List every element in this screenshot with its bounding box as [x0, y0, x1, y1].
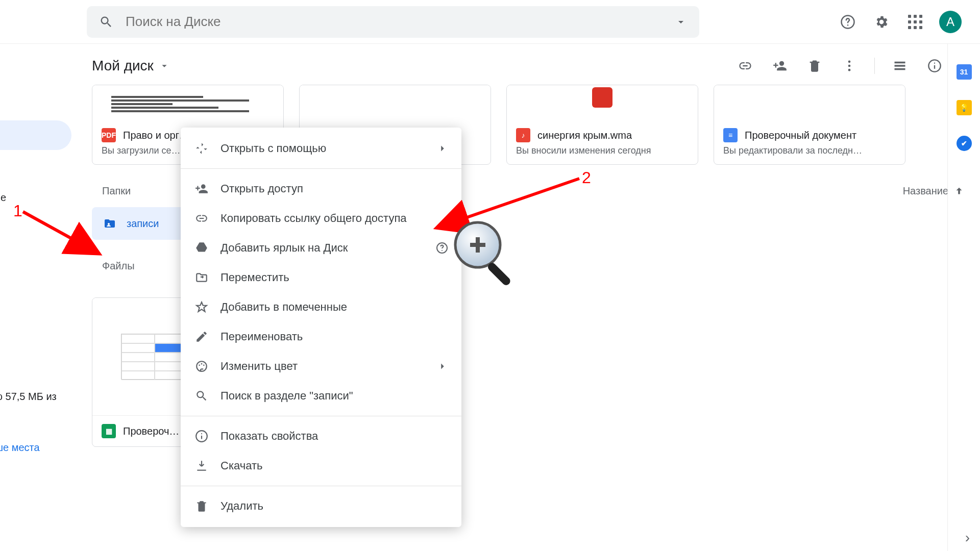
context-menu-item-star[interactable]: Добавить в помеченные	[181, 292, 461, 322]
search-box[interactable]	[87, 6, 699, 38]
shared-folder-icon	[102, 217, 117, 230]
storage-text: ю 57,5 МБ из	[0, 391, 57, 403]
svg-point-11	[197, 361, 207, 371]
open-with-icon	[194, 141, 209, 156]
context-menu-label: Переименовать	[220, 330, 303, 343]
context-menu-separator	[181, 168, 461, 169]
context-menu-label: Открыть доступ	[220, 182, 303, 195]
get-link-icon[interactable]	[736, 56, 755, 76]
file-name: Провероч…	[123, 425, 179, 437]
list-view-icon[interactable]	[890, 56, 910, 76]
context-menu-item-drive-add[interactable]: Добавить ярлык на Диск	[181, 233, 461, 263]
chevron-right-icon	[437, 361, 448, 372]
doc-icon: ≡	[723, 128, 738, 142]
svg-point-7	[934, 63, 935, 64]
files-heading-label: Файлы	[102, 260, 135, 272]
card-title: Проверочный документ	[745, 130, 856, 141]
context-menu-item-link[interactable]: Копировать ссылку общего доступа	[181, 204, 461, 233]
breadcrumb[interactable]: Мой диск	[92, 58, 170, 74]
sidebar-fragment: не ю 57,5 МБ из ше места	[0, 44, 87, 551]
trash-icon[interactable]	[805, 56, 824, 76]
topbar-actions: А	[838, 11, 962, 33]
info-icon	[194, 429, 209, 444]
quick-access-card[interactable]: ≡Проверочный документ Вы редактировали з…	[714, 85, 905, 165]
annotation-label-2: 2	[582, 168, 591, 187]
calendar-addon-icon[interactable]: 31	[957, 64, 972, 80]
tasks-addon-icon[interactable]: ✔	[957, 136, 972, 151]
keep-addon-icon[interactable]: 💡	[957, 100, 972, 115]
context-menu-item-search-in[interactable]: Поиск в разделе "записи"	[181, 381, 461, 411]
context-menu-label: Открыть с помощью	[220, 142, 326, 155]
context-menu-separator	[181, 416, 461, 416]
context-menu-item-info[interactable]: Показать свойства	[181, 421, 461, 451]
context-menu-item-share[interactable]: Открыть доступ	[181, 174, 461, 204]
info-icon[interactable]	[925, 56, 944, 76]
context-menu-label: Добавить ярлык на Диск	[220, 241, 348, 255]
folders-heading-label: Папки	[102, 185, 131, 197]
apps-grid-icon[interactable]	[905, 12, 925, 32]
svg-point-12	[199, 365, 200, 366]
context-menu-label: Показать свойства	[220, 430, 318, 443]
card-thumbnail	[714, 85, 905, 121]
context-menu-label: Скачать	[220, 459, 263, 472]
context-menu-item-download[interactable]: Скачать	[181, 451, 461, 481]
context-menu-label: Добавить в помеченные	[220, 300, 347, 314]
svg-point-13	[201, 363, 203, 365]
rename-icon	[194, 329, 209, 344]
drive-add-icon	[194, 240, 209, 256]
card-thumbnail	[92, 85, 283, 121]
buy-storage-link[interactable]: ше места	[0, 442, 40, 454]
settings-gear-icon[interactable]	[872, 12, 891, 32]
selection-toolbar	[736, 56, 965, 76]
link-icon	[194, 211, 209, 226]
quick-access-card[interactable]: ♪синергия крым.wma Вы вносили изменения …	[506, 85, 698, 165]
card-title: Право и орг…	[123, 130, 189, 141]
search-icon	[99, 15, 113, 29]
sidebar-active-pill	[0, 120, 71, 150]
context-menu-item-open-with[interactable]: Открыть с помощью	[181, 134, 461, 163]
card-subtitle: Вы редактировали за последн…	[714, 145, 905, 164]
card-title: синергия крым.wma	[537, 130, 632, 141]
chevron-right-icon	[437, 143, 448, 154]
help-icon[interactable]	[838, 12, 857, 32]
star-icon	[194, 299, 209, 315]
account-avatar[interactable]: А	[939, 11, 962, 33]
context-menu-item-move[interactable]: Переместить	[181, 263, 461, 292]
add-person-icon[interactable]	[770, 56, 790, 76]
main-area: не ю 57,5 МБ из ше места Мой диск	[0, 44, 980, 551]
trash-icon	[194, 498, 209, 514]
context-menu-label: Удалить	[220, 499, 263, 513]
search-input[interactable]	[126, 14, 675, 30]
svg-point-3	[848, 65, 851, 67]
card-thumbnail	[507, 85, 698, 121]
context-menu-item-palette[interactable]: Изменить цвет	[181, 352, 461, 381]
sheet-icon: ▦	[102, 424, 116, 438]
more-icon[interactable]	[840, 56, 859, 76]
audio-icon: ♪	[516, 128, 530, 142]
chevron-down-icon	[159, 60, 170, 71]
palette-icon	[194, 359, 209, 374]
context-menu-separator	[181, 486, 461, 486]
search-in-icon	[194, 388, 209, 404]
dropdown-caret-icon[interactable]	[675, 16, 687, 28]
card-subtitle: Вы вносили изменения сегодня	[507, 145, 698, 164]
context-menu-item-rename[interactable]: Переименовать	[181, 322, 461, 352]
context-menu-item-trash[interactable]: Удалить	[181, 491, 461, 521]
annotation-label-1: 1	[13, 202, 22, 220]
svg-point-4	[848, 69, 851, 71]
side-rail: 31 💡 ✔	[947, 44, 980, 551]
folder-name: записи	[127, 218, 159, 230]
context-menu: Открыть с помощьюОткрыть доступКопироват…	[181, 128, 461, 527]
download-icon	[194, 458, 209, 473]
context-menu-label: Изменить цвет	[220, 360, 298, 373]
card-thumbnail	[300, 85, 491, 121]
breadcrumb-row: Мой диск	[87, 56, 980, 85]
pdf-icon: PDF	[102, 128, 116, 142]
topbar: А	[0, 0, 980, 44]
sort-label: Название	[903, 185, 948, 197]
breadcrumb-label: Мой диск	[92, 58, 154, 74]
svg-point-17	[201, 433, 202, 434]
svg-point-2	[848, 61, 851, 63]
svg-point-10	[442, 250, 443, 251]
help-icon[interactable]	[436, 242, 448, 254]
